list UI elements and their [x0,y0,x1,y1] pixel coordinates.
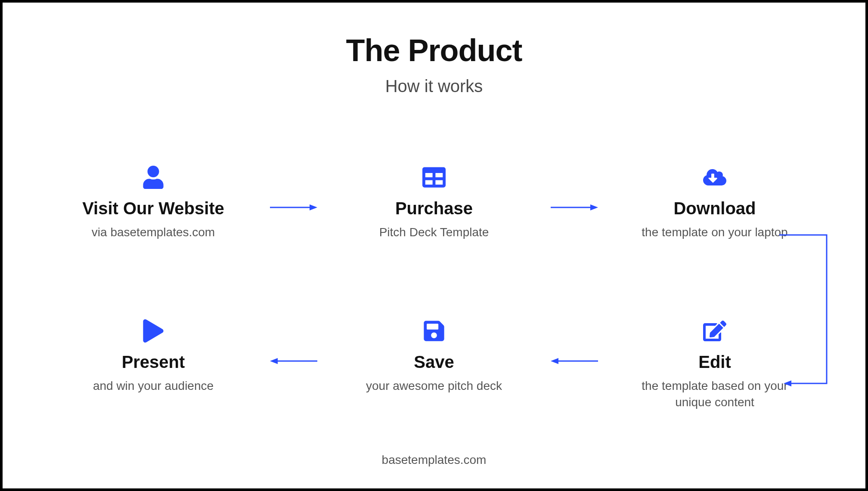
step-desc: Pitch Deck Template [379,224,489,241]
svg-marker-7 [551,358,558,364]
page-title: The Product [37,33,831,68]
step-edit: Edit the template based on your unique c… [624,318,805,411]
page-subtitle: How it works [37,77,831,96]
step-download: Download the template on your laptop [624,164,805,241]
footer-text: basetemplates.com [37,453,831,471]
step-title: Save [414,352,454,372]
step-title: Visit Our Website [82,199,224,218]
arrow-right-icon [268,203,319,212]
step-desc: and win your audience [93,378,214,394]
header: The Product How it works [37,33,831,96]
edit-icon [703,318,726,344]
svg-marker-1 [310,204,317,210]
play-icon [142,318,165,344]
step-title: Purchase [395,199,473,218]
save-icon [422,318,446,344]
flow-row-1: Visit Our Website via basetemplates.com … [63,164,805,241]
arrow-left-icon [268,357,319,365]
step-desc: your awesome pitch deck [366,378,502,394]
slide: The Product How it works Visit Our Websi… [0,0,868,491]
grid-icon [422,164,446,190]
step-desc: the template on your laptop [642,224,787,241]
step-title: Download [673,199,756,218]
step-title: Present [122,352,185,372]
step-purchase: Purchase Pitch Deck Template [344,164,524,241]
flow-row-2: Present and win your audience Save your … [63,318,805,411]
arrow-left-icon [549,357,600,365]
svg-marker-3 [590,204,598,210]
arrow-right-icon [549,203,600,212]
svg-marker-5 [270,358,278,364]
step-visit: Visit Our Website via basetemplates.com [63,164,244,241]
step-desc: the template based on your unique conten… [637,378,792,411]
step-save: Save your awesome pitch deck [344,318,524,394]
step-present: Present and win your audience [63,318,244,394]
cloud-download-icon [703,164,726,190]
step-title: Edit [698,352,731,372]
user-icon [142,164,165,190]
step-desc: via basetemplates.com [92,224,215,241]
process-flow: Visit Our Website via basetemplates.com … [37,122,831,453]
